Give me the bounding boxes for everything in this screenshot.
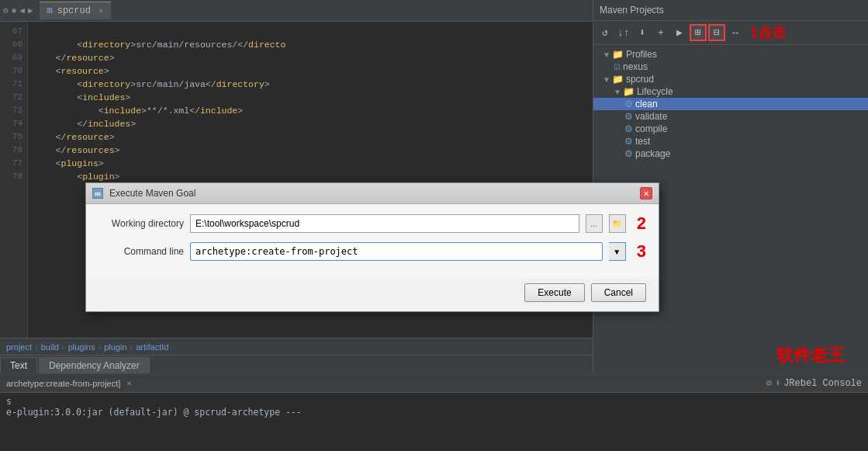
dialog-title-text: Execute Maven Goal: [109, 188, 634, 199]
command-line-input[interactable]: [190, 242, 603, 261]
folder-button[interactable]: 📁: [609, 214, 626, 233]
execute-maven-dialog: m Execute Maven Goal ✕ Working directory…: [85, 182, 659, 312]
command-line-label: Command line: [99, 246, 184, 257]
step3-label: 3: [637, 241, 646, 262]
working-dir-input[interactable]: [190, 214, 579, 233]
dialog-title-icon: m: [92, 188, 103, 199]
browse-button[interactable]: ...: [586, 214, 603, 233]
dialog-close-button[interactable]: ✕: [640, 187, 652, 199]
dialog-title-bar: m Execute Maven Goal ✕: [86, 183, 659, 204]
working-dir-row: Working directory ... 📁 2: [99, 213, 646, 234]
execute-button[interactable]: Execute: [524, 283, 584, 302]
command-dropdown-arrow[interactable]: ▼: [609, 242, 626, 261]
step2-label: 2: [637, 213, 646, 234]
command-line-row: Command line ▼ 3: [99, 241, 646, 262]
dialog-footer: Execute Cancel: [86, 279, 659, 311]
dialog-overlay: m Execute Maven Goal ✕ Working directory…: [0, 0, 868, 451]
cancel-button[interactable]: Cancel: [591, 283, 646, 302]
working-dir-label: Working directory: [99, 218, 184, 229]
dialog-body: Working directory ... 📁 2 Command line ▼…: [86, 204, 659, 279]
